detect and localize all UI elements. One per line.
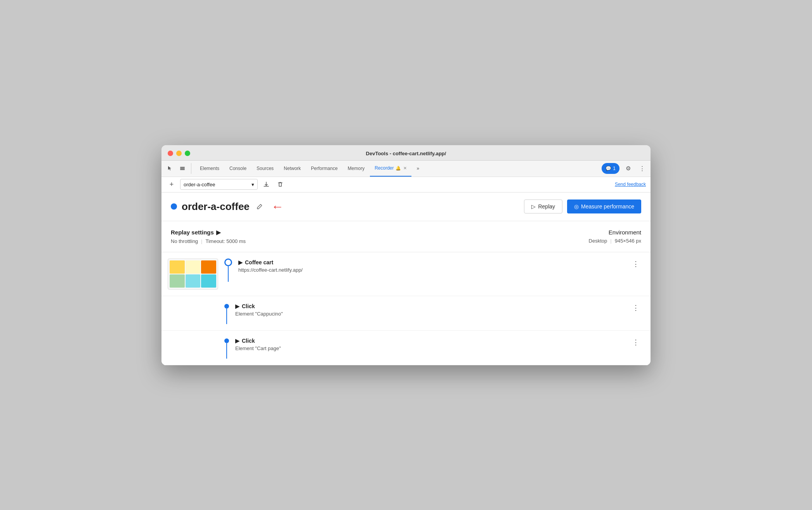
devtools-body: Elements Console Sources Network Perform… [161,161,651,365]
tab-bar: Elements Console Sources Network Perform… [161,161,651,177]
red-arrow-indicator: ← [271,199,284,214]
settings-icon[interactable]: ⚙ [623,163,633,174]
step-1-title[interactable]: ▶ Coffee cart [238,259,630,265]
edit-title-button[interactable] [254,201,265,212]
title-bar: DevTools - coffee-cart.netlify.app/ [161,145,651,161]
layers-icon[interactable] [177,163,188,174]
measure-performance-button[interactable]: ◎ Measure performance [567,199,641,213]
play-icon: ▷ [531,203,536,210]
step-1-subtitle: https://coffee-cart.netlify.app/ [238,267,630,273]
step-3-row: ▶ Click Element "Cart page" ⋮ [235,337,641,351]
step-2-title[interactable]: ▶ Click [235,303,630,309]
settings-expand-icon: ▶ [216,229,221,236]
header-actions: ▷ Replay ◎ Measure performance [524,199,641,213]
step-2-expand-icon: ▶ [235,303,239,309]
steps-container: ▶ Coffee cart https://coffee-cart.netlif… [161,252,651,365]
window-title: DevTools - coffee-cart.netlify.app/ [366,151,446,156]
tab-performance[interactable]: Performance [306,160,342,177]
tab-elements[interactable]: Elements [195,160,224,177]
step-1: ▶ Coffee cart https://coffee-cart.netlif… [161,252,651,296]
recorder-bell-icon: 🔔 [396,166,401,171]
measure-icon: ◎ [574,203,579,210]
more-options-icon[interactable]: ⋮ [637,163,647,174]
tab-icon-group [165,163,191,174]
step-1-row: ▶ Coffee cart https://coffee-cart.netlif… [238,258,641,273]
recorder-close-icon[interactable]: ✕ [403,166,407,171]
export-button[interactable] [261,179,272,190]
add-recording-button[interactable]: + [166,179,177,190]
step-1-content: ▶ Coffee cart https://coffee-cart.netlif… [238,258,630,273]
recording-title: order-a-coffee [182,201,250,213]
step-1-more-button[interactable]: ⋮ [630,258,641,269]
recording-status-dot [171,203,177,210]
step-3: ▶ Click Element "Cart page" ⋮ [161,331,651,365]
recording-selector[interactable]: order-a-coffee ▾ [180,179,258,190]
settings-details: No throttling | Timeout: 5000 ms [171,238,246,244]
settings-section: Replay settings ▶ No throttling | Timeou… [161,221,651,252]
settings-left: Replay settings ▶ No throttling | Timeou… [171,229,246,244]
delete-recording-button[interactable] [275,179,286,190]
timeline-line-3 [226,343,227,359]
tab-more[interactable]: » [412,160,424,177]
step-1-dot [224,258,232,266]
step-3-expand-icon: ▶ [235,338,239,344]
minimize-button[interactable] [176,151,182,156]
step-2-row: ▶ Click Element "Cappucino" ⋮ [235,302,641,317]
step-1-expand-icon: ▶ [238,259,243,265]
timeline-line-2 [226,309,227,324]
tab-right-icons: 💬 1 ⚙ ⋮ [602,163,647,174]
svg-rect-0 [180,167,185,168]
tab-console[interactable]: Console [225,160,251,177]
main-content: order-a-coffee ← ▷ Replay ◎ Measure per [161,193,651,365]
send-feedback-link[interactable]: Send feedback [615,182,646,187]
environment-details: Desktop | 945×546 px [589,238,641,244]
toolbar: + order-a-coffee ▾ Send feedback [161,177,651,193]
replay-settings-toggle[interactable]: Replay settings ▶ [171,229,246,236]
step-2-subtitle: Element "Cappucino" [235,311,630,317]
cursor-icon[interactable] [165,163,175,174]
chat-icon: 💬 [606,166,611,171]
svg-rect-2 [180,169,185,170]
step-2: ▶ Click Element "Cappucino" ⋮ [161,296,651,331]
step-2-dot [224,304,229,309]
step-3-dot [224,338,229,343]
svg-rect-1 [180,168,185,169]
tab-memory[interactable]: Memory [343,160,369,177]
maximize-button[interactable] [185,151,190,156]
step-thumbnail [168,258,218,290]
traffic-lights [168,151,190,156]
chevron-down-icon: ▾ [252,182,254,187]
step-3-subtitle: Element "Cart page" [235,345,630,351]
tab-recorder[interactable]: Recorder 🔔 ✕ [370,160,411,177]
step-2-content: ▶ Click Element "Cappucino" [235,302,630,317]
step-2-more-button[interactable]: ⋮ [630,302,641,313]
settings-right: Environment Desktop | 945×546 px [589,229,641,244]
step-3-more-button[interactable]: ⋮ [630,337,641,348]
timeline-line-1 [228,266,229,282]
replay-button[interactable]: ▷ Replay [524,199,562,213]
step-3-content: ▶ Click Element "Cart page" [235,337,630,351]
recording-header: order-a-coffee ← ▷ Replay ◎ Measure per [161,193,651,221]
chat-button[interactable]: 💬 1 [602,163,619,174]
devtools-window: DevTools - coffee-cart.netlify.app/ [161,145,651,365]
close-button[interactable] [168,151,173,156]
recording-name-label: order-a-coffee [184,182,249,187]
tab-sources[interactable]: Sources [252,160,278,177]
step-3-title[interactable]: ▶ Click [235,338,630,344]
tab-network[interactable]: Network [279,160,305,177]
